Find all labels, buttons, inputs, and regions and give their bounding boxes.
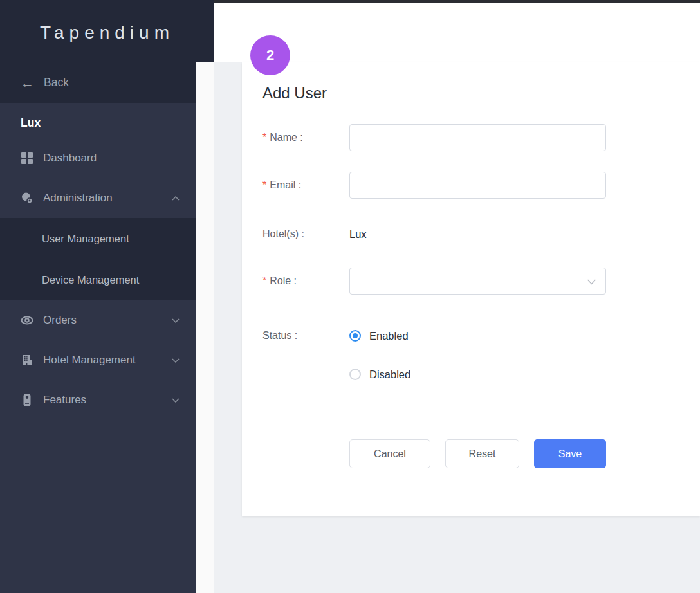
required-asterisk: * [262,268,266,295]
sidebar-item-dashboard[interactable]: Dashboard [0,138,196,178]
status-label: Status : [262,322,349,349]
back-label: Back [44,76,69,89]
required-asterisk: * [262,124,266,151]
name-field-row: * Name : [262,124,606,151]
required-asterisk: * [262,172,266,199]
sidebar-item-label: Device Management [42,274,139,286]
current-hotel-label: Lux [0,103,196,138]
reset-button[interactable]: Reset [445,439,519,468]
hotels-label: Hotel(s) : [262,221,349,248]
dashboard-icon [21,152,33,165]
status-radio-enabled[interactable]: Enabled [349,322,409,349]
email-field-row: * Email : [262,172,606,199]
email-input[interactable] [349,172,606,199]
admin-icon [21,192,33,205]
add-user-card: Add User * Name : * Email : Hotel(s) : L… [242,62,700,516]
status-field-row: Status : Enabled [262,322,409,349]
form-actions: Cancel Reset Save [242,439,700,468]
sidebar-item-administration[interactable]: Administration [0,178,196,218]
radio-selected-icon [349,330,361,342]
back-button[interactable]: ← Back [0,62,196,103]
name-label: * Name : [262,124,349,151]
eye-icon [21,314,33,327]
sidebar-item-label: Dashboard [43,152,97,165]
role-label: * Role : [262,268,349,295]
sidebar-item-features[interactable]: Features [0,380,196,420]
sidebar-item-user-management[interactable]: User Management [0,218,196,259]
sidebar-item-label: Features [43,394,86,406]
hotels-value: Lux [349,221,367,248]
chevron-down-icon [172,318,180,323]
name-input[interactable] [349,124,606,151]
sidebar-item-label: Administration [43,192,113,205]
sidebar-item-label: User Management [42,233,129,245]
sidebar-gutter [196,62,214,593]
door-hanger-icon [21,394,33,406]
sidebar-item-label: Hotel Management [43,354,136,367]
chevron-down-icon [587,279,596,285]
page-title: Add User [262,84,327,102]
chevron-down-icon [172,358,180,363]
step-annotation-badge: 2 [250,35,290,75]
sidebar-header: Tapendium [0,0,214,62]
role-field-row: * Role : [262,268,606,295]
arrow-left-icon: ← [21,76,34,89]
sidebar-item-hotel-management[interactable]: Hotel Management [0,340,196,380]
chevron-up-icon [172,196,180,201]
building-icon [21,354,33,367]
app-logo: Tapendium [40,19,174,43]
email-label: * Email : [262,172,349,199]
status-field-row2: Disabled [262,361,410,388]
sidebar-nav: Lux Dashboard Administration [0,103,196,593]
cancel-button[interactable]: Cancel [349,439,430,468]
save-button[interactable]: Save [534,439,606,468]
chevron-down-icon [172,398,180,403]
sidebar-item-orders[interactable]: Orders [0,300,196,340]
sidebar-item-label: Orders [43,314,77,327]
sidebar-item-device-management[interactable]: Device Management [0,259,196,300]
hotels-field-row: Hotel(s) : Lux [262,221,367,248]
radio-unselected-icon [349,369,361,380]
status-radio-disabled[interactable]: Disabled [349,361,410,388]
step-number: 2 [266,47,274,64]
administration-submenu: User Management Device Management [0,218,196,300]
role-select[interactable] [349,268,606,295]
